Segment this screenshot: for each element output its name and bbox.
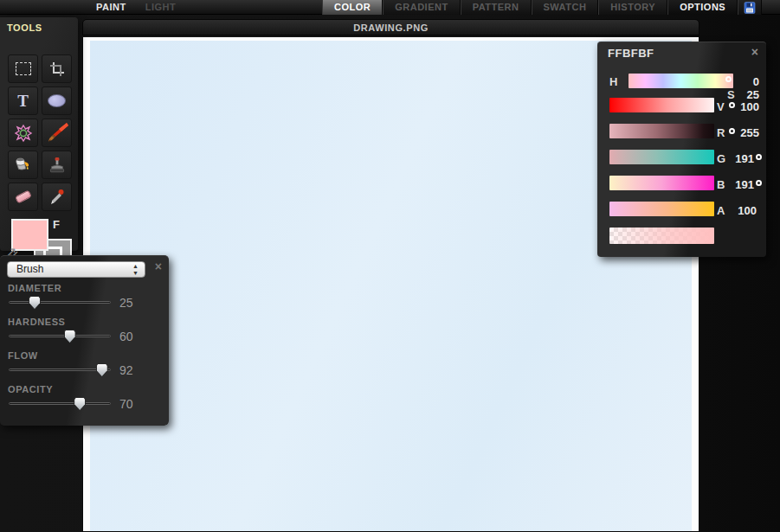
tab-swatch[interactable]: SWATCH: [532, 0, 599, 15]
tool-select-value: Brush: [16, 263, 43, 275]
foreground-color-swatch[interactable]: [11, 219, 48, 251]
opacity-label: OPACITY: [8, 384, 53, 394]
diameter-slider-track[interactable]: [9, 301, 111, 304]
tab-options[interactable]: OPTIONS: [667, 0, 738, 15]
shapes-flower-icon: [14, 124, 33, 143]
opacity-slider-track[interactable]: [9, 402, 111, 405]
tab-color[interactable]: COLOR: [322, 0, 383, 15]
tab-paint[interactable]: PAINT: [87, 0, 136, 15]
tool-text-button[interactable]: T: [8, 87, 38, 115]
blue-value: 191: [722, 178, 754, 191]
tool-shapes-button[interactable]: [8, 119, 38, 147]
eyedropper-icon: [48, 188, 67, 207]
hue-slider-label: H: [609, 75, 617, 88]
flow-value: 92: [119, 363, 133, 377]
fill-bucket-icon: [13, 156, 34, 175]
crop-icon: [48, 61, 66, 78]
value-value: 100: [727, 100, 759, 113]
mode-tabs: PAINT LIGHT: [87, 0, 185, 15]
alpha-slider-track[interactable]: [609, 202, 714, 216]
color-swatches: F ⇄: [0, 215, 78, 251]
tool-crop-button[interactable]: [42, 54, 72, 83]
saturation-value: 25: [727, 88, 759, 101]
diameter-slider-handle[interactable]: [29, 296, 41, 310]
hardness-value: 60: [119, 330, 133, 343]
opacity-slider-handle[interactable]: [74, 397, 86, 411]
ellipse-icon: [48, 94, 66, 107]
tool-ellipse-button[interactable]: [42, 87, 72, 115]
canvas-title-bar[interactable]: DRAWING.PNG: [82, 19, 699, 35]
hardness-slider-track[interactable]: [9, 335, 111, 337]
hue-value: 0: [727, 75, 759, 88]
tool-paintbrush-button[interactable]: [42, 119, 72, 147]
tool-eraser-button[interactable]: [8, 183, 38, 211]
top-menu-bar: PAINT LIGHT COLOR GRADIENT PATTERN SWATC…: [0, 0, 780, 15]
tab-gradient[interactable]: GRADIENT: [383, 0, 460, 15]
tab-history[interactable]: HISTORY: [598, 0, 667, 15]
flow-label: FLOW: [8, 350, 38, 361]
floppy-disk-save-icon: [744, 2, 756, 14]
select-stepper-icon: ▲▼: [132, 263, 139, 277]
value-slider-track[interactable]: [609, 98, 714, 112]
blue-slider-track[interactable]: [609, 176, 714, 190]
tab-light[interactable]: LIGHT: [136, 0, 186, 15]
marquee-select-icon: [16, 62, 31, 75]
hardness-label: HARDNESS: [8, 317, 66, 327]
tools-panel: TOOLS T: [0, 17, 78, 251]
color-panel-close-icon[interactable]: ×: [751, 45, 758, 59]
blue-slider-handle[interactable]: [756, 180, 762, 186]
tool-stamp-button[interactable]: [42, 151, 72, 179]
alpha-value: 100: [725, 204, 757, 217]
red-slider-label: R: [717, 126, 725, 139]
flow-slider-track[interactable]: [9, 369, 111, 371]
color-preview-bar: [609, 228, 714, 244]
tools-panel-title: TOOLS: [0, 17, 78, 33]
red-value: 255: [727, 126, 759, 139]
eraser-icon: [14, 189, 31, 203]
color-hex-title: FFBFBF: [608, 47, 654, 60]
tool-grid: T: [8, 54, 72, 211]
hardness-slider-handle[interactable]: [64, 330, 76, 343]
tool-eyedropper-button[interactable]: [42, 183, 72, 211]
diameter-value: 25: [119, 296, 133, 310]
green-slider-handle[interactable]: [756, 154, 762, 160]
tool-marquee-select-button[interactable]: [8, 54, 38, 83]
save-button[interactable]: [738, 0, 762, 15]
tool-select-dropdown[interactable]: Brush ▲▼: [7, 261, 145, 278]
stamp-icon: [48, 156, 67, 175]
opacity-value: 70: [119, 397, 133, 411]
app-window: PAINT LIGHT COLOR GRADIENT PATTERN SWATC…: [0, 0, 780, 532]
brush-settings-panel: Brush ▲▼ × DIAMETER 25 HARDNESS 60 FLOW …: [0, 255, 169, 426]
green-value: 191: [722, 152, 754, 165]
paintbrush-icon: [46, 122, 68, 144]
flow-slider-handle[interactable]: [96, 363, 108, 377]
green-slider-track[interactable]: [609, 150, 714, 164]
panel-tabs: COLOR GRADIENT PATTERN SWATCH HISTORY OP…: [322, 0, 762, 15]
brush-panel-close-icon[interactable]: ×: [155, 260, 162, 273]
foreground-swatch-label: F: [53, 218, 60, 231]
diameter-label: DIAMETER: [8, 283, 61, 293]
tab-pattern[interactable]: PATTERN: [461, 0, 532, 15]
red-slider-track[interactable]: [609, 124, 714, 138]
tool-fill-bucket-button[interactable]: [8, 151, 38, 179]
alpha-slider-label: A: [717, 204, 725, 217]
hue-slider-track[interactable]: [629, 74, 733, 88]
value-slider-label: V: [717, 100, 725, 113]
text-tool-icon: T: [17, 92, 29, 111]
color-picker-panel: FFBFBF × H 0 S 25 V 100 R 255 G 191 B 19…: [597, 42, 766, 257]
